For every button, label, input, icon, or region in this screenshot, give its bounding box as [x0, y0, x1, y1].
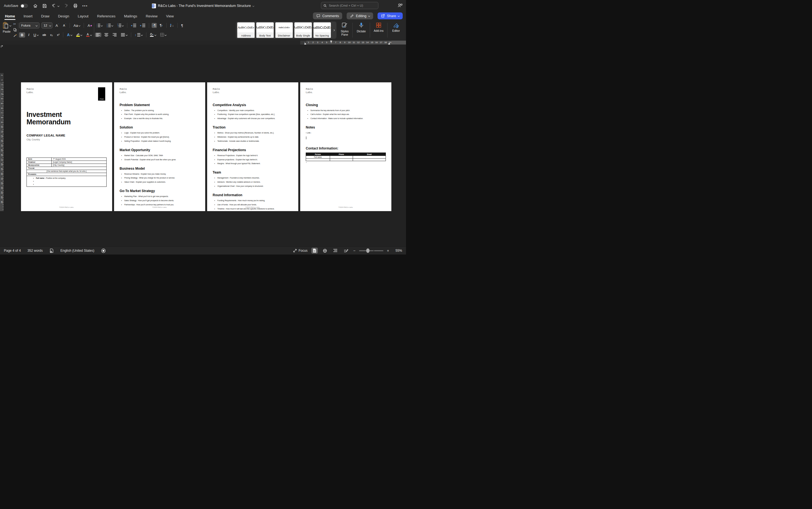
home-button[interactable]	[33, 3, 38, 8]
show-formatting-marks-button[interactable]: ¶	[180, 23, 184, 28]
tab-design[interactable]: Design	[58, 12, 70, 20]
subscript-glyph: x₂	[50, 33, 53, 36]
shading-button[interactable]	[149, 32, 157, 37]
outline-icon	[333, 249, 337, 252]
align-center-button[interactable]	[103, 33, 110, 37]
line-spacing-button[interactable]: ↕	[134, 33, 144, 37]
ltr-text-direction-button[interactable]: ›¶	[152, 23, 157, 28]
page-4[interactable]: R&CoLabs. ClosingSummarize the key eleme…	[300, 82, 391, 211]
search-input[interactable]	[328, 4, 376, 7]
tab-layout[interactable]: Layout	[77, 12, 89, 20]
align-left-icon	[96, 33, 100, 36]
zoom-level[interactable]: 55%	[393, 249, 402, 252]
zoom-out-button[interactable]: −	[353, 248, 356, 253]
tab-review[interactable]: Review	[145, 12, 158, 20]
dictate-button[interactable]: Dictate	[354, 21, 368, 39]
editor-button[interactable]: Editor	[389, 21, 403, 39]
page-indicator[interactable]: Page 4 of 4	[4, 249, 21, 252]
rtl-text-direction-button[interactable]: ¶‹	[159, 23, 164, 28]
borders-button[interactable]	[159, 32, 168, 37]
bullets-button[interactable]: ▪▪▪	[95, 23, 104, 28]
share-button[interactable]: Share	[377, 12, 403, 19]
align-right-button[interactable]	[112, 33, 118, 37]
paste-button[interactable]: Paste	[2, 22, 11, 39]
draft-view-button[interactable]	[342, 248, 349, 254]
presence-people-button[interactable]	[397, 3, 403, 8]
hanging-indent-marker[interactable]	[304, 43, 306, 44]
more-commands-button[interactable]: •••	[82, 4, 88, 8]
tab-draw[interactable]: Draw	[41, 12, 50, 20]
home-icon	[33, 3, 38, 8]
font-color-button[interactable]: A	[85, 32, 93, 38]
subscript-button[interactable]: x₂	[49, 33, 54, 37]
page-3[interactable]: R&CoLabs. Competitive AnalysisCompetitor…	[207, 82, 298, 211]
tab-home[interactable]: Home	[4, 12, 15, 20]
search-box[interactable]	[321, 2, 378, 9]
page-1[interactable]: R&CoLabs. [Year] InvestmentMemorandum CO…	[21, 82, 112, 211]
addins-button[interactable]: Add-ins	[371, 21, 386, 39]
style-body-single[interactable]: AaBbCcDdEeBody Single	[294, 22, 312, 38]
grow-font-button[interactable]: Aˆ	[54, 23, 60, 28]
autosave-toggle[interactable]	[21, 4, 28, 8]
print-layout-view-button[interactable]	[311, 247, 318, 254]
zoom-slider[interactable]	[359, 250, 383, 251]
cut-button[interactable]: ✂	[13, 22, 17, 26]
change-case-button[interactable]: Aa	[72, 23, 81, 28]
font-size-select[interactable]: 12	[41, 22, 52, 29]
record-status-icon[interactable]	[101, 248, 106, 253]
tab-insert[interactable]: Insert	[23, 12, 33, 20]
bold-button[interactable]: B	[19, 32, 25, 38]
first-line-indent-marker[interactable]	[330, 41, 332, 42]
numbering-button[interactable]: 123	[106, 23, 114, 28]
increase-indent-button[interactable]: ▸	[139, 23, 147, 28]
sort-button[interactable]: AZ↓	[169, 23, 175, 28]
contact-row	[306, 159, 386, 161]
superscript-button[interactable]: x²	[56, 33, 61, 37]
comments-button[interactable]: Comments	[313, 12, 342, 19]
style-body-text[interactable]: AaBbCcDdEeBody Text	[256, 22, 274, 38]
tab-stop-selector[interactable]	[1, 45, 3, 48]
italic-button[interactable]: I	[27, 32, 30, 38]
word-count[interactable]: 352 words	[27, 249, 42, 252]
strikethrough-button[interactable]: ab	[41, 33, 47, 37]
language-selector[interactable]: English (United States)	[61, 249, 95, 252]
justify-button[interactable]	[120, 33, 128, 37]
page-2[interactable]: R&CoLabs. Problem StatementDefine : The …	[114, 82, 205, 211]
tab-mailings[interactable]: Mailings	[123, 12, 138, 20]
outline-view-button[interactable]	[332, 248, 339, 253]
styles-pane-label: Styles Pane	[340, 30, 349, 36]
multilevel-list-button[interactable]: 1ai	[116, 23, 124, 28]
undo-chevron-icon[interactable]	[58, 5, 60, 7]
text-effects-button[interactable]: A	[66, 32, 73, 38]
style-address[interactable]: AaBbCcDdEeAddress	[237, 22, 255, 38]
focus-mode-button[interactable]: Focus	[293, 249, 308, 252]
ruler-number: 10	[0, 125, 4, 129]
zoom-in-button[interactable]: +	[387, 248, 389, 253]
zoom-slider-thumb[interactable]	[366, 248, 370, 253]
tab-references[interactable]: References	[97, 12, 116, 20]
print-button[interactable]	[73, 3, 78, 8]
clear-formatting-button[interactable]: A◆	[86, 23, 93, 28]
undo-button[interactable]	[51, 3, 59, 8]
copy-button[interactable]	[13, 28, 17, 32]
right-indent-marker[interactable]	[388, 43, 390, 44]
underline-button[interactable]: U	[32, 32, 39, 38]
align-left-button[interactable]	[95, 33, 101, 37]
highlight-color-button[interactable]	[75, 32, 83, 37]
save-button[interactable]	[42, 4, 47, 8]
styles-pane-button[interactable]: Styles Pane	[338, 21, 351, 39]
style-no-spacing[interactable]: AaBbCcDdEeNo Spacing	[313, 22, 331, 38]
tab-view[interactable]: View	[165, 12, 174, 20]
style-disclaimer[interactable]: AaBbCcDdEeDisclaimer	[275, 22, 293, 38]
shrink-font-button[interactable]: Aˇ	[62, 23, 67, 28]
format-painter-button[interactable]	[13, 33, 17, 38]
editing-mode-dropdown[interactable]: Editing	[346, 12, 373, 19]
styles-gallery-more-button[interactable]	[333, 29, 335, 31]
document-title-group[interactable]: W R&Co Labs - The Fund's Investment Memo…	[152, 4, 254, 8]
font-name-select[interactable]: Futura	[19, 22, 39, 29]
ruler-number: 9	[342, 41, 347, 44]
decrease-indent-button[interactable]: ◂	[130, 23, 137, 28]
proofing-status-button[interactable]	[49, 248, 54, 253]
web-layout-view-button[interactable]	[322, 248, 328, 254]
redo-button[interactable]	[64, 3, 69, 8]
